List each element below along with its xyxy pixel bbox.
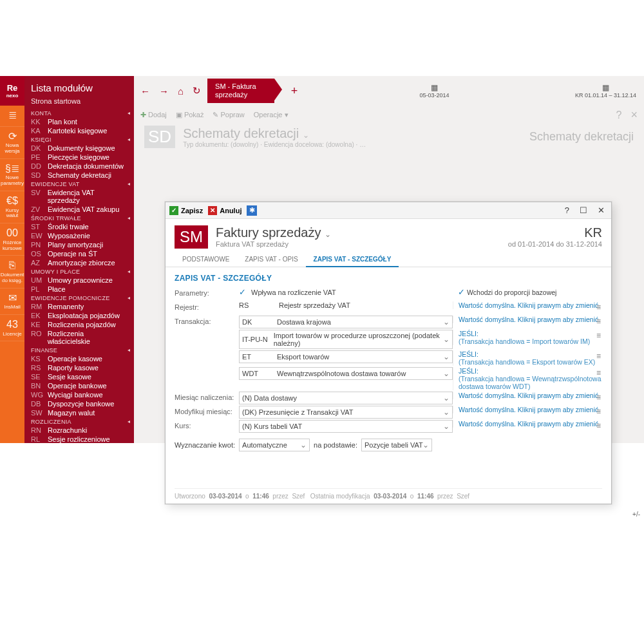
settings-icon[interactable]: ✱ [247,205,257,216]
rail-item[interactable]: €$Kursy walut [0,191,24,223]
nav-back-icon[interactable]: ← [138,83,153,99]
tab-zapis-szczegoly[interactable]: ZAPIS VAT - SZCZEGÓŁY [306,252,399,267]
module-item[interactable]: WGWyciągi bankowe [24,390,134,399]
nav-home-icon[interactable]: ⌂ [175,83,186,99]
new-tab-icon[interactable]: + [291,84,298,98]
module-item[interactable]: OSOperacje na ŚT [24,249,134,258]
hint-text[interactable]: Wartość domyślna. Kliknij prawym aby zmi… [459,420,600,428]
menu-icon[interactable]: ≡ [596,421,601,430]
kurs-select[interactable]: (N) Kurs tabeli VAT [239,420,453,433]
module-item[interactable]: PNPlany amortyzacji [24,240,134,249]
module-item[interactable]: PEPieczęcie księgowe [24,153,134,162]
date-widget-1[interactable]: ▦05-03-2014 [416,82,453,100]
menu-icon[interactable]: ≡ [596,352,601,361]
modyf-select[interactable]: (DK) Przesunięcie z Transakcji VAT [239,406,453,419]
tab-podstawowe[interactable]: PODSTAWOWE [175,252,237,267]
module-item[interactable]: SESesje kasowe [24,372,134,381]
rail-item[interactable]: ⟳Nowa wersja [0,127,24,159]
help-icon[interactable]: ? [562,205,572,215]
active-tab[interactable]: SM - Faktura sprzedaży [207,79,274,103]
show-button[interactable]: ▣ Pokaż [176,111,204,119]
module-item[interactable]: DDDekretacja dokumentów [24,162,134,171]
menu-icon[interactable]: ≡ [596,303,601,312]
module-item[interactable]: AZAmortyzacje zbiorcze [24,258,134,267]
rail-item[interactable]: ≣ [0,106,24,127]
module-item[interactable]: SWMagazyn walut [24,408,134,417]
module-list: Lista modułów Strona startowa KONTAKKPla… [24,76,134,443]
nav-forward-icon[interactable]: → [156,83,171,99]
rail-item[interactable]: 43Licencje [0,315,24,341]
dialog-context: KR [508,225,602,240]
miesiac-select[interactable]: (N) Data dostawy [239,392,453,404]
module-item[interactable]: RLSesje rozliczeniowe [24,435,134,443]
menu-icon[interactable]: ≡ [596,317,601,326]
app-rail: Re nexo ≣⟳Nowa wersja§≣Nowe parametry€$K… [0,76,24,443]
module-item[interactable]: EKEksploatacja pojazdów [24,311,134,320]
transakcja-select[interactable]: ETEksport towarów [239,350,453,363]
rail-item[interactable]: §≣Nowe parametry [0,159,24,191]
check-icon[interactable]: ✓ [458,287,465,297]
app-logo: Re nexo [0,76,24,106]
module-item[interactable]: PLPłace [24,285,134,294]
menu-icon[interactable]: ≡ [596,331,601,340]
module-item[interactable]: DKDokumenty księgowe [24,144,134,153]
menu-icon[interactable]: ≡ [596,407,601,416]
close-icon[interactable]: ✕ [595,205,607,215]
date-widget-2[interactable]: ▦KR 01.01.14 – 31.12.14 [571,82,640,100]
close-view-icon[interactable]: × [630,108,638,122]
module-item[interactable]: KKPlan kont [24,117,134,126]
module-item[interactable]: RNRozrachunki [24,426,134,435]
hint-text[interactable]: Wartość domyślna. Kliknij prawym aby zmi… [459,301,600,309]
transakcja-select[interactable]: IT-PU-NImport towarów w procedurze upros… [239,330,453,349]
hint-text[interactable]: Wartość domyślna. Kliknij prawym aby zmi… [459,392,600,399]
module-item[interactable]: RMRemanenty [24,302,134,311]
hint-text[interactable]: Wartość domyślna. Kliknij prawym aby zmi… [459,406,600,413]
module-section[interactable]: KONTA [24,109,134,117]
module-item[interactable]: DBDyspozycje bankowe [24,399,134,408]
module-item[interactable]: SDSchematy dekretacji [24,171,134,180]
maximize-icon[interactable]: ☐ [577,205,590,215]
rail-item[interactable]: 00Różnice kursowe [0,223,24,256]
module-item[interactable]: KERozliczenia pojazdów [24,320,134,329]
dialog-footer: Utworzono 03-03-2014 o 11:46 przez Szef … [175,488,602,500]
module-section[interactable]: EWIDENCJE VAT [24,180,134,188]
transakcja-select[interactable]: WDTWewnątrzwspólnotowa dostawa towarów [239,367,453,380]
operations-button[interactable]: Operacje ▾ [254,111,289,119]
tab-zapis-opis[interactable]: ZAPIS VAT - OPIS [237,252,305,267]
module-item[interactable]: RORozliczenia właścicielskie [24,329,134,346]
module-section[interactable]: UMOWY I PŁACE [24,267,134,276]
module-item[interactable]: ZVEwidencja VAT zakupu [24,205,134,214]
module-item[interactable]: KAKartoteki księgowe [24,126,134,135]
module-section[interactable]: ŚRODKI TRWAŁE [24,214,134,222]
cancel-button[interactable]: ✕Anuluj [208,206,242,215]
rail-item[interactable]: ✉InsMail [0,289,24,315]
hint-text[interactable]: Wartość domyślna. Kliknij prawym aby zmi… [459,316,600,323]
module-item[interactable]: STŚrodki trwałe [24,222,134,231]
home-link[interactable]: Strona startowa [24,96,134,109]
module-item[interactable]: RSRaporty kasowe [24,363,134,372]
module-item[interactable]: SVEwidencja VAT sprzedaży [24,188,134,205]
zoom-control[interactable]: +/- [632,511,640,518]
module-item[interactable]: KSOperacje kasowe [24,354,134,363]
label-rejestr: Rejestr: [175,301,239,311]
module-section[interactable]: KSIĘGI [24,135,134,144]
module-item[interactable]: EWWyposażenie [24,231,134,240]
module-section[interactable]: FINANSE [24,346,134,354]
save-button[interactable]: ✓Zapisz [169,206,203,215]
kwoty-basis-select[interactable]: Pozycje tabeli VAT [361,439,432,451]
add-button[interactable]: ✚ Dodaj [140,111,167,119]
rail-item[interactable]: ⎘Dokument do księg. [0,256,24,288]
label-kurs: Kurs: [175,420,239,430]
help-icon[interactable]: ? [616,109,622,121]
kwoty-mode-select[interactable]: Automatyczne [239,439,310,451]
module-section[interactable]: EWIDENCJE POMOCNICZE [24,294,134,302]
module-section[interactable]: ROZLICZENIA [24,417,134,426]
edit-dialog: ✓Zapisz ✕Anuluj ✱ ? ☐ ✕ SM Faktury sprze… [165,202,612,504]
nav-refresh-icon[interactable]: ↻ [190,82,204,99]
module-item[interactable]: BNOperacje bankowe [24,381,134,390]
transakcja-select[interactable]: DKDostawa krajowa [239,316,453,328]
module-item[interactable]: UMUmowy pracownicze [24,276,134,285]
menu-icon[interactable]: ≡ [596,393,601,402]
edit-button[interactable]: ✎ Popraw [213,111,244,119]
check-icon[interactable]: ✓ [239,287,246,297]
